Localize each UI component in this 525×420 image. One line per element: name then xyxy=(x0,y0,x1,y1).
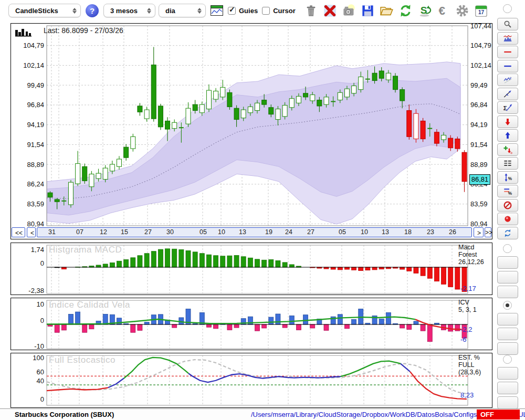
chart-window-icon[interactable] xyxy=(210,5,224,16)
nav-last-button[interactable]: >> xyxy=(485,227,491,237)
stoch-watermark: Full Estocastico xyxy=(49,355,116,365)
euro-icon[interactable]: € xyxy=(436,4,450,18)
macd-curve-cross-button[interactable] xyxy=(497,286,518,298)
svg-text:102,14: 102,14 xyxy=(470,61,491,69)
svg-text:94,19: 94,19 xyxy=(27,121,44,129)
nav-date: 30 xyxy=(164,228,176,236)
main-chart-radio[interactable] xyxy=(503,4,512,13)
toolbar-icon-group: S€17 xyxy=(304,4,488,18)
sync-green-icon[interactable]: S xyxy=(417,4,432,18)
icv-compare-percent-button[interactable] xyxy=(497,328,518,340)
svg-text:83,59: 83,59 xyxy=(27,200,44,208)
svg-text:€: € xyxy=(438,4,445,17)
nav-date: 15 xyxy=(119,228,130,236)
period-select[interactable]: 3 mesos xyxy=(103,4,155,17)
est-radio[interactable] xyxy=(503,355,512,364)
icv-radio[interactable] xyxy=(503,301,512,310)
macd-value: -2,17 xyxy=(460,285,476,292)
checkbox-unchecked-icon xyxy=(262,7,270,15)
arrow-up-blue-button[interactable] xyxy=(497,129,518,142)
macd-signal-arrows-button[interactable] xyxy=(497,256,518,269)
status-bar: Starbucks Corporation (SBUX) /Users/mser… xyxy=(0,408,525,420)
cursor-checkbox[interactable]: Cursor xyxy=(262,7,296,15)
calendar-icon[interactable]: 17 xyxy=(474,4,488,18)
nav-date: 24 xyxy=(283,228,295,236)
save-icon[interactable] xyxy=(361,4,375,18)
trash-icon[interactable] xyxy=(304,4,318,18)
current-price-badge: 86,81 xyxy=(469,174,490,185)
macd-compare-percent-button[interactable] xyxy=(497,271,518,284)
icv-watermark: Indice Calidad Vela xyxy=(49,300,130,310)
delete-x-icon[interactable] xyxy=(323,4,337,18)
help-button[interactable]: ? xyxy=(86,4,99,17)
nav-date: 31 xyxy=(46,228,58,236)
settings-gear-icon[interactable] xyxy=(455,4,469,18)
company-name: Starbucks Corporation (SBUX) xyxy=(15,411,114,418)
forbid-button[interactable] xyxy=(497,199,518,212)
camera-icon[interactable] xyxy=(342,4,356,18)
icv-panel: 100-10 Indice Calidad Vela ICV 5, 3, 1 -… xyxy=(10,298,492,350)
est-compare-percent-button[interactable] xyxy=(497,382,518,394)
nav-date: 10 xyxy=(216,228,227,236)
nav-date: 05 xyxy=(197,228,209,236)
nav-date: 26 xyxy=(447,228,458,236)
nav-date: 10 xyxy=(359,228,370,236)
checkbox-checked-icon xyxy=(228,7,236,15)
svg-text:0: 0 xyxy=(40,317,44,324)
svg-text:0: 0 xyxy=(40,259,44,267)
nav-first-button[interactable]: << xyxy=(12,227,25,237)
svg-text:83,59: 83,59 xyxy=(470,200,488,208)
svg-text:96,84: 96,84 xyxy=(27,101,44,109)
nav-date: 12 xyxy=(98,228,109,236)
est-curve-cross-button[interactable] xyxy=(497,396,518,409)
toolbar: CandleSticks ? 3 mesos dia Guies Cursor … xyxy=(0,0,525,21)
tools-sidebar: Σ%% xyxy=(494,0,525,420)
icv-curve-cross-button[interactable] xyxy=(497,342,518,355)
svg-text:0: 0 xyxy=(40,395,44,403)
svg-text:40: 40 xyxy=(37,377,44,385)
chart-type-select[interactable]: CandleSticks xyxy=(8,4,81,17)
stoch-name: EST. % FULL (28,3,6) xyxy=(458,354,491,376)
chevron-updown-icon xyxy=(197,8,202,14)
stochastic-panel: 10060400 Full Estocastico EST. % FULL (2… xyxy=(10,353,492,408)
macd-panel: 1,740-2,38 Histgrama MACD Macd Forest 26… xyxy=(10,243,492,295)
arrow-down-red-button[interactable] xyxy=(497,116,518,128)
add-signal-button[interactable] xyxy=(497,143,518,156)
est-signal-arrows-button[interactable] xyxy=(497,367,518,380)
record-button[interactable] xyxy=(497,213,518,225)
main-chart-panel: 104,79104,79102,14102,1499,4999,4996,849… xyxy=(10,23,492,239)
macd-radio[interactable] xyxy=(503,244,512,253)
icv-bar-value: -6 xyxy=(460,335,467,343)
open-folder-icon[interactable] xyxy=(380,4,394,18)
refresh-blue-button[interactable] xyxy=(497,227,518,239)
sigma-line-button[interactable]: Σ xyxy=(497,101,518,114)
mini-chart-button[interactable] xyxy=(497,32,518,45)
nav-next-button[interactable]: > xyxy=(474,227,484,237)
histogram-icon[interactable] xyxy=(15,27,34,38)
svg-text:88,89: 88,89 xyxy=(470,161,488,169)
svg-text:-2,38: -2,38 xyxy=(28,287,44,295)
guies-checkbox[interactable]: Guies xyxy=(228,7,258,15)
off-badge[interactable]: OFF xyxy=(477,410,520,419)
zigzag-button[interactable] xyxy=(497,74,518,86)
trendline-button[interactable] xyxy=(497,88,518,100)
last-price-label: Last: 86.8099 - 27/03/26 xyxy=(44,26,123,35)
svg-text:99,49: 99,49 xyxy=(27,81,44,89)
lines-menu-button[interactable] xyxy=(497,157,518,170)
compare-percent-button[interactable]: % xyxy=(497,185,518,197)
refresh-green-icon[interactable] xyxy=(398,4,413,18)
chart-type-value: CandleSticks xyxy=(15,7,58,15)
nav-date: 05 xyxy=(337,228,348,236)
nav-date-strip[interactable]: 310712152730051013192427051013182326 xyxy=(37,227,472,237)
hline-red-button[interactable] xyxy=(497,46,518,58)
measure-percent-button[interactable]: % xyxy=(497,171,518,184)
hline-blue-button[interactable] xyxy=(497,60,518,72)
icv-signal-arrows-button[interactable] xyxy=(497,313,518,326)
timeframe-select[interactable]: dia xyxy=(159,4,206,17)
svg-text:1,74: 1,74 xyxy=(31,246,44,254)
candlestick-chart[interactable]: 104,79104,79102,14102,1499,4999,4996,849… xyxy=(11,24,492,227)
nav-date: 19 xyxy=(263,228,275,236)
svg-text:%: % xyxy=(508,191,512,196)
nav-prev-button[interactable]: < xyxy=(27,227,36,237)
zoom-button[interactable] xyxy=(497,18,518,30)
